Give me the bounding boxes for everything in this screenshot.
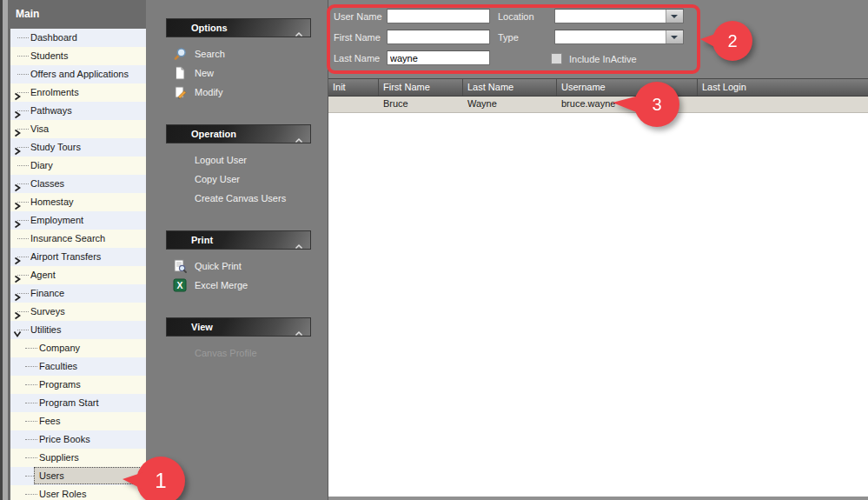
action-modify[interactable]: Modify <box>166 83 311 102</box>
type-value <box>555 30 666 43</box>
sidebar-item-utilities[interactable]: Utilities <box>10 321 146 339</box>
sidebar-item-insurance-search[interactable]: Insurance Search <box>10 230 146 248</box>
sidebar-item-classes[interactable]: Classes <box>10 175 146 193</box>
expand-arrow-icon[interactable] <box>13 217 23 225</box>
sidebar-item-label: Price Books <box>39 434 90 444</box>
panel-operation: OperationLogout UserCopy UserCreate Canv… <box>166 124 311 208</box>
expand-arrow-icon[interactable] <box>13 180 23 189</box>
sidebar-item-label: Visa <box>30 123 49 134</box>
sidebar-item-label: Fees <box>39 416 60 426</box>
sidebar-item-label: Programs <box>39 379 81 390</box>
sidebar-item-homestay[interactable]: Homestay <box>10 193 146 211</box>
expand-arrow-icon[interactable] <box>13 125 23 134</box>
action-canvas-profile: Canvas Profile <box>166 343 311 363</box>
location-label: Location <box>498 11 534 22</box>
action-panel-column: OptionsSearchNewModifyOperationLogout Us… <box>146 0 328 500</box>
action-label: Copy User <box>195 174 240 184</box>
sidebar-item-students[interactable]: Students <box>10 47 146 65</box>
collapse-arrow-icon[interactable] <box>13 326 23 335</box>
user-name-label: User Name <box>334 11 382 22</box>
callout-tail <box>698 33 718 49</box>
sidebar-item-label: Students <box>30 50 68 61</box>
sidebar-item-label: Surveys <box>30 306 65 317</box>
first-name-input[interactable] <box>387 30 490 44</box>
panel-header-options[interactable]: Options <box>166 18 311 37</box>
sidebar-item-finance[interactable]: Finance <box>10 284 146 303</box>
sidebar-item-label: Insurance Search <box>30 233 105 243</box>
expand-arrow-icon[interactable] <box>13 107 23 116</box>
expand-arrow-icon[interactable] <box>13 308 23 317</box>
column-header-last-login[interactable]: Last Login <box>698 79 868 96</box>
tree-connector <box>17 56 29 57</box>
tree-connector <box>25 439 37 440</box>
expand-arrow-icon[interactable] <box>13 290 23 298</box>
sidebar-item-faculties[interactable]: Faculties <box>10 357 146 376</box>
sidebar-item-surveys[interactable]: Surveys <box>10 303 146 321</box>
callout-number: 1 <box>136 457 185 500</box>
action-label: New <box>195 68 214 78</box>
sidebar-item-airport-transfers[interactable]: Airport Transfers <box>10 248 146 266</box>
sidebar-item-pathways[interactable]: Pathways <box>10 102 146 120</box>
tree-connector <box>25 421 37 422</box>
sidebar-item-diary[interactable]: Diary <box>10 157 146 175</box>
expand-arrow-icon[interactable] <box>13 89 23 97</box>
sidebar-item-label: Users <box>39 470 64 481</box>
dropdown-arrow-icon[interactable] <box>666 30 683 43</box>
tree-connector <box>25 457 37 458</box>
panel-title: Operation <box>191 129 236 139</box>
action-label: Search <box>195 49 225 59</box>
callout-number: 2 <box>712 21 752 61</box>
chevron-up-icon <box>295 324 303 343</box>
panel-header-view[interactable]: View <box>166 317 311 337</box>
sidebar-item-employment[interactable]: Employment <box>10 211 146 230</box>
sidebar-item-enrolments[interactable]: Enrolments <box>10 83 146 102</box>
sidebar-item-offers-and-applications[interactable]: Offers and Applications <box>10 65 146 83</box>
callout-2: 2 <box>698 21 752 61</box>
tree-connector <box>25 494 37 495</box>
sidebar-item-dashboard[interactable]: Dashboard <box>10 29 146 47</box>
expand-arrow-icon[interactable] <box>13 253 23 262</box>
include-inactive-label: Include InActive <box>569 54 637 64</box>
action-copy-user[interactable]: Copy User <box>166 170 311 189</box>
tree-connector <box>25 348 37 349</box>
action-label: Logout User <box>195 155 247 165</box>
include-inactive-checkbox[interactable] <box>551 53 562 64</box>
sidebar-item-agent[interactable]: Agent <box>10 266 146 284</box>
tree-connector <box>17 165 29 166</box>
panel-header-print[interactable]: Print <box>166 230 311 250</box>
nav-tree: DashboardStudentsOffers and Applications… <box>10 29 146 500</box>
sidebar-item-label: Finance <box>30 288 64 298</box>
sidebar-item-study-tours[interactable]: Study Tours <box>10 138 146 157</box>
tree-connector <box>17 74 29 75</box>
action-quick-print[interactable]: Quick Print <box>166 257 311 276</box>
sidebar-item-company[interactable]: Company <box>10 339 146 357</box>
action-new[interactable]: New <box>166 63 311 83</box>
expand-arrow-icon[interactable] <box>13 198 23 207</box>
sidebar-item-visa[interactable]: Visa <box>10 120 146 138</box>
column-header-init[interactable]: Init <box>328 79 379 96</box>
sidebar-item-price-books[interactable]: Price Books <box>10 430 146 449</box>
sidebar-item-program-start[interactable]: Program Start <box>10 394 146 412</box>
last-name-input[interactable] <box>387 50 490 65</box>
action-create-canvas-users[interactable]: Create Canvas Users <box>166 189 311 208</box>
panel-options: OptionsSearchNewModify <box>166 18 311 102</box>
action-logout-user[interactable]: Logout User <box>166 150 311 170</box>
table-row[interactable]: BruceWaynebruce.wayne <box>328 97 868 113</box>
panel-header-operation[interactable]: Operation <box>166 124 311 143</box>
sidebar-item-fees[interactable]: Fees <box>10 412 146 430</box>
expand-arrow-icon[interactable] <box>13 271 23 280</box>
sidebar-item-label: Study Tours <box>30 142 81 152</box>
action-search[interactable]: Search <box>166 44 311 63</box>
location-select[interactable] <box>554 9 684 23</box>
expand-arrow-icon[interactable] <box>13 143 23 152</box>
dropdown-arrow-icon[interactable] <box>666 10 683 23</box>
column-header-last-name[interactable]: Last Name <box>463 79 557 96</box>
panel-print: PrintQuick PrintXExcel Merge <box>166 230 311 295</box>
panel-title: View <box>191 322 213 332</box>
user-name-input[interactable] <box>387 9 490 23</box>
column-header-first-name[interactable]: First Name <box>379 79 463 96</box>
action-excel-merge[interactable]: XExcel Merge <box>166 276 311 295</box>
type-select[interactable] <box>554 30 684 44</box>
location-value <box>555 10 666 23</box>
sidebar-item-programs[interactable]: Programs <box>10 376 146 394</box>
